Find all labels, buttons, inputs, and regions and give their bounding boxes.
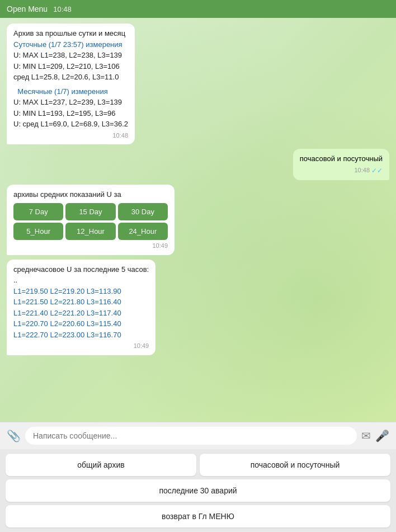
chat-area: Архив за прошлые сутки и месяц Суточные …	[0, 18, 396, 422]
msg1-line8: U: MIN L1=193, L2=195, L3=96	[13, 108, 128, 119]
bubble-received-2: архивы средних показаний U за 7 Day 15 D…	[7, 185, 175, 255]
keyboard-buttons: общий архив почасовой и посуточный после…	[0, 449, 396, 532]
bubble-received-1: Архив за прошлые сутки и месяц Суточные …	[7, 23, 135, 144]
message-row: Архив за прошлые сутки и месяц Суточные …	[7, 23, 389, 144]
msg1-line4: U: MIN L1=209, L2=210, L3=106	[13, 61, 128, 72]
keyboard-btn-accidents[interactable]: последние 30 аварий	[6, 479, 390, 502]
btn-30day[interactable]: 30 Day	[118, 203, 168, 220]
msg1-line9: U: сред L1=69.0, L2=68.9, L3=36.2	[13, 119, 128, 130]
open-menu-button[interactable]: Open Menu	[7, 4, 48, 13]
send-icon[interactable]: ✉	[361, 429, 371, 442]
bubble-received-3: среднечасовое U за последние 5 часов: ..…	[7, 260, 155, 355]
bubble-time-1: 10:48	[13, 131, 128, 140]
keyboard-btn-hourly[interactable]: почасовой и посуточный	[200, 454, 390, 476]
msg1-line6: Месячные (1/7) измерения	[13, 86, 128, 97]
message-row-received-2: архивы средних показаний U за 7 Day 15 D…	[7, 185, 389, 255]
btn-5hour[interactable]: 5_Hour	[13, 223, 63, 240]
msg4-line1: среднечасовое U за последние 5 часов:	[13, 264, 149, 275]
bubble-time-sent-1: 10:48 ✓✓	[300, 166, 383, 176]
keyboard-btn-archive[interactable]: общий архив	[6, 454, 196, 476]
msg4-line2: ..	[13, 275, 149, 286]
header-time: 10:48	[53, 5, 72, 13]
voice-icon[interactable]: 🎤	[375, 429, 389, 442]
msg4-line6: L1=220.70 L2=220.60 L3=115.40	[13, 318, 149, 329]
msg4-line4: L1=221.50 L2=221.80 L3=116.40	[13, 296, 149, 308]
msg1-line5: сред L1=25.8, L2=20.6, L3=11.0	[13, 72, 128, 83]
btn-12hour[interactable]: 12_Hour	[65, 223, 115, 240]
message-input[interactable]	[25, 427, 357, 445]
msg3-text: архивы средних показаний U за	[13, 189, 168, 200]
msg1-line7: U: MAX L1=237, L2=239, L3=139	[13, 97, 128, 108]
bubble-time-3: 10:49	[13, 241, 168, 251]
input-area: 📎 ✉ 🎤	[0, 422, 396, 449]
msg4-line3: L1=219.50 L2=219.20 L3=113.90	[13, 286, 149, 297]
bubble-sent-1: почасовой и посуточный 10:48 ✓✓	[293, 149, 389, 180]
btn-15day[interactable]: 15 Day	[65, 203, 115, 220]
msg4-line5: L1=221.40 L2=221.20 L3=117.40	[13, 308, 149, 319]
msg4-line7: L1=222.70 L2=223.00 L3=116.70	[13, 329, 149, 341]
msg1-line2: Суточные (1/7 23:57) измерения	[13, 39, 128, 50]
attach-icon[interactable]: 📎	[7, 429, 21, 442]
btn-24hour[interactable]: 24_Hour	[118, 223, 168, 240]
bubble-time-4: 10:49	[13, 341, 149, 351]
read-checkmarks: ✓✓	[371, 166, 383, 176]
sent-msg-text-1: почасовой и посуточный	[300, 153, 383, 164]
header: Open Menu 10:48	[0, 0, 396, 18]
message-row-sent-1: почасовой и посуточный 10:48 ✓✓	[7, 149, 389, 180]
message-row-received-3: среднечасовое U за последние 5 часов: ..…	[7, 260, 389, 355]
msg1-line3: U: MAX L1=238, L2=238, L3=139	[13, 50, 128, 61]
time-label: 10:48	[354, 166, 370, 175]
inline-button-grid: 7 Day 15 Day 30 Day 5_Hour 12_Hour 24_Ho…	[13, 203, 168, 240]
keyboard-btn-mainmenu[interactable]: возврат в Гл МЕНЮ	[6, 505, 390, 528]
msg1-line1: Архив за прошлые сутки и месяц	[13, 28, 128, 39]
btn-7day[interactable]: 7 Day	[13, 203, 63, 220]
